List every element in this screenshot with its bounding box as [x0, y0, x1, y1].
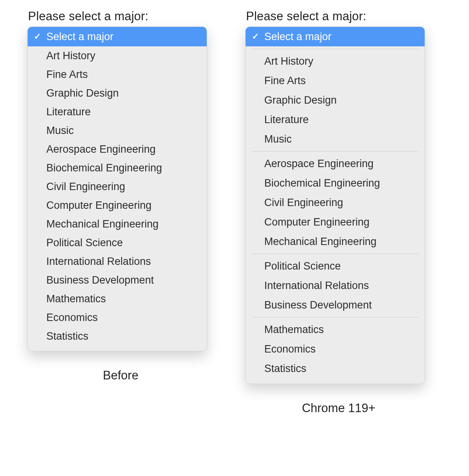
- option-label: Business Development: [46, 274, 200, 286]
- option-label: Music: [46, 125, 200, 137]
- select-option[interactable]: ✓Economics: [246, 339, 425, 359]
- select-option[interactable]: ✓Business Development: [246, 295, 425, 315]
- select-option[interactable]: ✓Economics: [28, 308, 207, 327]
- option-label: Mechanical Engineering: [46, 218, 200, 230]
- select-option[interactable]: ✓Mechanical Engineering: [28, 215, 207, 233]
- select-option[interactable]: ✓Art History: [28, 46, 207, 65]
- option-label: Fine Arts: [264, 75, 418, 87]
- select-popup-after[interactable]: ✓ Select a major ✓Art History✓Fine Arts✓…: [245, 26, 425, 384]
- option-label: Mathematics: [46, 293, 200, 305]
- option-label: Civil Engineering: [264, 197, 418, 209]
- select-option[interactable]: ✓Fine Arts: [28, 65, 207, 84]
- select-option[interactable]: ✓Graphic Design: [246, 90, 425, 110]
- before-column: Please select a major: ✓ Select a major …: [27, 9, 214, 383]
- select-option[interactable]: ✓International Relations: [28, 252, 207, 271]
- select-option[interactable]: ✓Literature: [246, 110, 425, 129]
- select-option[interactable]: ✓Mechanical Engineering: [246, 232, 425, 251]
- select-option[interactable]: ✓Art History: [246, 51, 425, 71]
- option-label: Biochemical Engineering: [264, 177, 418, 189]
- option-label: Statistics: [264, 363, 418, 375]
- option-label: Biochemical Engineering: [46, 162, 200, 174]
- option-label: Computer Engineering: [46, 199, 200, 212]
- option-label: Business Development: [264, 299, 418, 311]
- select-option[interactable]: ✓Civil Engineering: [246, 193, 425, 212]
- option-label: Literature: [264, 114, 418, 126]
- select-option[interactable]: ✓Biochemical Engineering: [246, 173, 425, 193]
- option-label: Computer Engineering: [264, 216, 418, 228]
- option-label: Art History: [46, 50, 200, 62]
- option-label: Mechanical Engineering: [264, 236, 418, 248]
- option-label: Select a major: [264, 31, 418, 43]
- select-option[interactable]: ✓Business Development: [28, 271, 207, 289]
- option-label: Graphic Design: [46, 87, 200, 99]
- select-option[interactable]: ✓Statistics: [246, 359, 425, 378]
- option-label: Literature: [46, 106, 200, 118]
- group-divider: [252, 49, 418, 49]
- select-option[interactable]: ✓Computer Engineering: [28, 196, 207, 215]
- select-option[interactable]: ✓Aerospace Engineering: [28, 140, 207, 159]
- select-popup-before[interactable]: ✓ Select a major ✓Art History✓Fine Arts✓…: [27, 26, 207, 351]
- option-label: Economics: [264, 343, 418, 355]
- option-label: Statistics: [46, 330, 200, 342]
- checkmark-icon: ✓: [252, 32, 264, 42]
- select-option-placeholder[interactable]: ✓ Select a major: [246, 27, 425, 46]
- option-label: International Relations: [46, 256, 200, 268]
- option-label: Civil Engineering: [46, 181, 200, 193]
- option-label: Music: [264, 133, 418, 145]
- select-option[interactable]: ✓Aerospace Engineering: [246, 154, 425, 173]
- select-option[interactable]: ✓Biochemical Engineering: [28, 159, 207, 177]
- option-label: Graphic Design: [264, 94, 418, 106]
- select-option[interactable]: ✓Statistics: [28, 327, 207, 346]
- group-divider: [252, 317, 418, 317]
- select-option[interactable]: ✓Mathematics: [28, 289, 207, 308]
- option-label: Aerospace Engineering: [264, 158, 418, 170]
- select-option[interactable]: ✓Political Science: [246, 256, 425, 276]
- select-option[interactable]: ✓Political Science: [28, 233, 207, 252]
- select-label: Please select a major:: [246, 9, 432, 23]
- select-option[interactable]: ✓Mathematics: [246, 320, 425, 339]
- option-label: Fine Arts: [46, 69, 200, 81]
- option-label: Art History: [264, 55, 418, 67]
- select-label: Please select a major:: [28, 9, 214, 23]
- option-label: International Relations: [264, 280, 418, 292]
- select-option[interactable]: ✓Literature: [28, 102, 207, 121]
- select-option[interactable]: ✓Computer Engineering: [246, 212, 425, 232]
- option-label: Aerospace Engineering: [46, 143, 200, 155]
- checkmark-icon: ✓: [34, 32, 46, 42]
- select-option[interactable]: ✓Fine Arts: [246, 71, 425, 90]
- select-option[interactable]: ✓Music: [28, 121, 207, 140]
- group-divider: [252, 254, 418, 254]
- group-divider: [252, 151, 418, 152]
- select-option[interactable]: ✓International Relations: [246, 276, 425, 295]
- select-option[interactable]: ✓Civil Engineering: [28, 177, 207, 196]
- caption-after: Chrome 119+: [245, 401, 432, 415]
- option-label: Political Science: [264, 260, 418, 272]
- option-label: Mathematics: [264, 324, 418, 336]
- caption-before: Before: [27, 368, 214, 383]
- select-option-placeholder[interactable]: ✓ Select a major: [28, 27, 207, 46]
- option-label: Political Science: [46, 237, 200, 249]
- after-column: Please select a major: ✓ Select a major …: [245, 9, 432, 415]
- option-label: Select a major: [46, 31, 200, 43]
- option-label: Economics: [46, 312, 200, 324]
- comparison-page: Please select a major: ✓ Select a major …: [0, 0, 469, 431]
- select-option[interactable]: ✓Graphic Design: [28, 84, 207, 102]
- select-option[interactable]: ✓Music: [246, 129, 425, 149]
